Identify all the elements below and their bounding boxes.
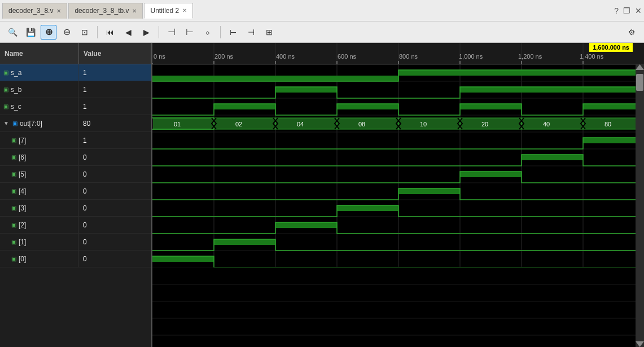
cursor-alt-button[interactable]: ⬦ — [200, 25, 216, 39]
restore-button[interactable]: ❐ — [623, 6, 630, 15]
value-column-header: Value — [79, 43, 151, 64]
svg-rect-73 — [460, 172, 522, 177]
signal-row-bit4[interactable]: ▣ [4] 0 — [0, 183, 151, 200]
signal-value-sa: 1 — [78, 69, 151, 77]
signal-name-bit4: ▣ [4] — [0, 183, 78, 199]
waveform-panel[interactable]: 1,600.000 ns 0 ns 200 ns 400 ns 600 ns — [152, 43, 644, 347]
go-next-button[interactable]: ▶ — [138, 25, 154, 39]
svg-rect-43 — [337, 104, 398, 109]
signal-value-sc: 1 — [78, 103, 151, 111]
cursor-alt-icon: ⬦ — [205, 27, 211, 37]
snap-left-button[interactable]: ⊢ — [225, 25, 241, 39]
main-area: Name Value ▣ s_a 1 ▣ s_b 1 — [0, 43, 644, 347]
tab-decoder-tb[interactable]: decoder_3_8_tb.v ✕ — [68, 3, 143, 19]
zoom-out-button[interactable]: ⊖ — [59, 25, 75, 39]
signal-icon-bit2: ▣ — [11, 222, 16, 228]
tab-untitled2[interactable]: Untitled 2 ✕ — [144, 3, 193, 19]
svg-rect-77 — [214, 239, 275, 245]
svg-text:400 ns: 400 ns — [276, 53, 295, 60]
search-button[interactable]: 🔍 — [5, 25, 20, 39]
bus-icon-out: ▣ — [12, 120, 17, 126]
signal-icon-bit0: ▣ — [11, 256, 16, 262]
svg-rect-39 — [398, 70, 644, 76]
signal-name-sb: ▣ s_b — [0, 81, 78, 98]
help-button[interactable]: ? — [614, 6, 619, 15]
zoom-fit-button[interactable]: ⊡ — [77, 25, 93, 39]
signal-row-bit3[interactable]: ▣ [3] 0 — [0, 200, 151, 217]
zoom-out-icon: ⊖ — [63, 27, 71, 37]
waveform-svg[interactable]: 0 ns 200 ns 400 ns 600 ns 800 ns 1,000 n… — [152, 43, 644, 347]
signal-name-sa: ▣ s_a — [0, 64, 78, 81]
titlebar-controls: ? ❐ ✕ — [614, 6, 642, 15]
cursor-left-button[interactable]: ⊣ — [164, 25, 179, 39]
signal-value-bit5: 0 — [78, 170, 151, 178]
svg-rect-51 — [461, 118, 521, 129]
tab-decoder-v[interactable]: decoder_3_8.v ✕ — [2, 3, 67, 19]
signal-row-bit1[interactable]: ▣ [1] 0 — [0, 234, 151, 251]
svg-rect-72 — [522, 155, 583, 160]
tab-label: Untitled 2 — [150, 7, 179, 15]
svg-text:1,400 ns: 1,400 ns — [580, 53, 604, 60]
svg-text:1,000 ns: 1,000 ns — [459, 53, 483, 60]
toolbar: 🔍 💾 ⊕ ⊖ ⊡ ⏮ ◀ ▶ ⊣ ⊢ ⬦ ⊢ ⊣ ⊞ ⚙ — [0, 21, 644, 43]
signal-row-sc[interactable]: ▣ s_c 1 — [0, 98, 151, 115]
svg-rect-74 — [398, 188, 460, 194]
svg-text:04: 04 — [297, 121, 304, 128]
signal-row-out[interactable]: ▼ ▣ out[7:0] 80 — [0, 115, 151, 132]
svg-rect-44 — [460, 104, 522, 109]
expand-icon: ⊞ — [266, 28, 273, 37]
signal-value-sb: 1 — [78, 86, 151, 94]
separator3 — [220, 26, 221, 38]
signal-icon-sa: ▣ — [3, 69, 8, 76]
separator1 — [97, 26, 98, 38]
svg-rect-48 — [276, 118, 336, 129]
expand-button[interactable]: ⊞ — [261, 25, 277, 39]
go-prev-icon: ◀ — [125, 28, 132, 37]
svg-text:08: 08 — [358, 121, 365, 128]
signal-header: Name Value — [0, 43, 151, 64]
signal-value-bit1: 0 — [78, 238, 151, 246]
svg-rect-40 — [275, 87, 337, 93]
go-start-button[interactable]: ⏮ — [102, 25, 118, 39]
search-icon: 🔍 — [8, 28, 17, 37]
cursor-right-icon: ⊢ — [186, 27, 194, 37]
svg-rect-75 — [337, 205, 398, 211]
tab-close-untitled2[interactable]: ✕ — [182, 7, 187, 14]
signal-row-bit0[interactable]: ▣ [0] 0 — [0, 251, 151, 267]
signal-name-bit3: ▣ [3] — [0, 200, 78, 216]
signal-value-bit4: 0 — [78, 187, 151, 195]
svg-rect-49 — [338, 118, 398, 129]
settings-button[interactable]: ⚙ — [624, 25, 639, 39]
svg-rect-71 — [583, 138, 644, 143]
signal-name-out: ▼ ▣ out[7:0] — [0, 115, 78, 131]
signal-row-bit5[interactable]: ▣ [5] 0 — [0, 166, 151, 183]
signal-row-sb[interactable]: ▣ s_b 1 — [0, 81, 151, 98]
signal-row-bit6[interactable]: ▣ [6] 0 — [0, 149, 151, 166]
signal-icon-bit1: ▣ — [11, 239, 16, 245]
save-button[interactable]: 💾 — [23, 25, 38, 39]
close-button[interactable]: ✕ — [635, 6, 642, 15]
expand-out-icon[interactable]: ▼ — [3, 120, 9, 126]
signal-name-sc: ▣ s_c — [0, 98, 78, 115]
signal-name-bit7: ▣ [7] — [0, 132, 78, 148]
signal-row-sa[interactable]: ▣ s_a 1 — [0, 64, 151, 81]
zoom-in-button[interactable]: ⊕ — [41, 25, 56, 39]
snap-left-icon: ⊢ — [230, 28, 236, 37]
svg-rect-50 — [399, 118, 459, 129]
signal-icon-bit3: ▣ — [11, 205, 16, 211]
go-start-icon: ⏮ — [106, 28, 114, 37]
tab-close-decoder-v[interactable]: ✕ — [56, 8, 61, 14]
signal-name-bit1: ▣ [1] — [0, 234, 78, 250]
svg-rect-78 — [152, 256, 214, 262]
signal-icon-bit4: ▣ — [11, 188, 16, 194]
snap-right-button[interactable]: ⊣ — [243, 25, 259, 39]
tab-close-decoder-tb[interactable]: ✕ — [132, 8, 137, 14]
signal-name-bit5: ▣ [5] — [0, 166, 78, 182]
svg-rect-84 — [636, 64, 644, 347]
cursor-right-button[interactable]: ⊢ — [182, 25, 198, 39]
signal-row-bit2[interactable]: ▣ [2] 0 — [0, 217, 151, 234]
go-prev-button[interactable]: ◀ — [120, 25, 136, 39]
signal-name-bit2: ▣ [2] — [0, 217, 78, 233]
separator2 — [159, 26, 159, 38]
signal-row-bit7[interactable]: ▣ [7] 1 — [0, 132, 151, 149]
